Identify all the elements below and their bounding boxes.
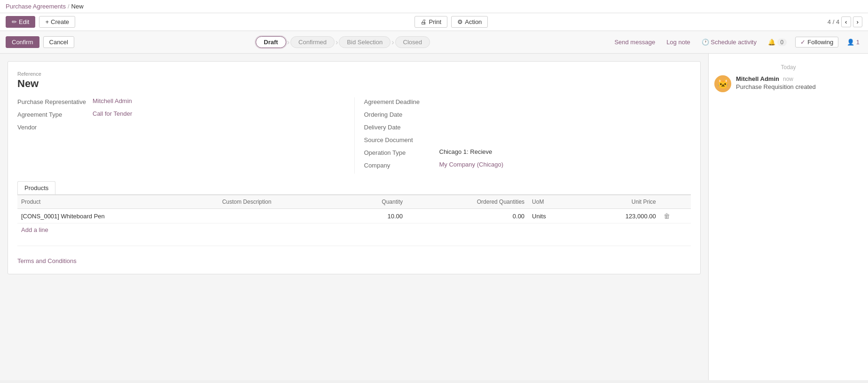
form-row-operation-type: Operation Type Chicago 1: Recieve	[364, 148, 691, 156]
stage-sep-2: ›	[336, 38, 338, 47]
form-area: Reference New Purchase Representative Mi…	[0, 54, 708, 380]
sidebar: Today 🐱 Mitchell Admin now Purchase Requ…	[708, 54, 868, 380]
row-custom-desc[interactable]	[219, 209, 344, 223]
breadcrumb-current: New	[71, 3, 84, 10]
products-table: Product Custom Description Quantity Orde…	[17, 195, 691, 223]
pencil-icon: ✏	[12, 18, 17, 25]
form-row-source-doc: Source Document	[364, 136, 691, 144]
message-text: Purchase Requisition created	[736, 83, 862, 90]
add-line-row: Add a line	[17, 223, 691, 236]
confirm-button[interactable]: Confirm	[6, 36, 39, 48]
date-separator: Today	[714, 64, 862, 71]
company-value[interactable]: My Company (Chicago)	[439, 161, 691, 168]
plus-icon: +	[45, 18, 49, 25]
edit-button[interactable]: ✏ Edit	[6, 16, 35, 28]
breadcrumb-parent[interactable]: Purchase Agreements	[6, 3, 66, 10]
purchase-rep-value[interactable]: Mitchell Admin	[93, 97, 345, 104]
following-button[interactable]: ✓ Following	[795, 37, 838, 48]
add-line-button[interactable]: Add a line	[17, 223, 52, 236]
form-row-agreement-deadline: Agreement Deadline	[364, 97, 691, 105]
message-header: Mitchell Admin now	[736, 75, 862, 82]
terms-section: Terms and Conditions	[17, 246, 691, 264]
products-section: Products Product Custom Description Quan…	[17, 181, 691, 236]
col-ordered-qty: Ordered Quantities	[407, 195, 528, 209]
company-label: Company	[364, 161, 439, 169]
next-page-button[interactable]: ›	[853, 16, 862, 27]
col-quantity: Quantity	[344, 195, 407, 209]
send-message-button[interactable]: Send message	[611, 37, 658, 48]
prev-page-button[interactable]: ‹	[841, 16, 851, 27]
chatter-area: Today 🐱 Mitchell Admin now Purchase Requ…	[709, 54, 868, 380]
form-title: New	[17, 78, 691, 90]
followers-button[interactable]: 👤 1	[844, 37, 862, 48]
col-actions	[660, 195, 691, 209]
message-author: Mitchell Admin	[736, 75, 779, 82]
stage-confirmed[interactable]: Confirmed	[290, 36, 335, 48]
schedule-activity-button[interactable]: 🕐 Schedule activity	[699, 37, 759, 48]
operation-type-value[interactable]: Chicago 1: Recieve	[439, 148, 691, 155]
print-icon: 🖨	[421, 18, 427, 25]
status-pipeline: Draft › Confirmed › Bid Selection › Clos…	[256, 33, 430, 51]
action-button[interactable]: ⚙ Action	[451, 16, 488, 28]
col-uom: UoM	[528, 195, 576, 209]
agreement-type-label: Agreement Type	[17, 110, 93, 118]
check-icon: ✓	[800, 39, 805, 46]
col-unit-price: Unit Price	[576, 195, 660, 209]
row-quantity[interactable]: 10.00	[344, 209, 407, 223]
ordering-date-label: Ordering Date	[364, 110, 439, 118]
main-layout: Reference New Purchase Representative Mi…	[0, 54, 868, 380]
purchase-rep-label: Purchase Representative	[17, 97, 93, 105]
col-custom-desc: Custom Description	[219, 195, 344, 209]
agreement-type-value[interactable]: Call for Tender	[93, 110, 345, 117]
col-product: Product	[17, 195, 219, 209]
clock-icon: 🕐	[702, 39, 709, 46]
vendor-label: Vendor	[17, 123, 93, 131]
reference-label: Reference	[17, 71, 691, 77]
breadcrumb-bar: Purchase Agreements / New	[0, 0, 868, 13]
row-delete-cell: 🗑	[660, 209, 691, 223]
notifications-button[interactable]: 🔔 0	[765, 37, 790, 48]
agreement-deadline-label: Agreement Deadline	[364, 97, 439, 105]
message-body: Mitchell Admin now Purchase Requisition …	[736, 75, 862, 92]
form-card: Reference New Purchase Representative Mi…	[8, 61, 701, 274]
delivery-date-label: Delivery Date	[364, 123, 439, 131]
form-grid: Purchase Representative Mitchell Admin A…	[17, 97, 691, 174]
pagination: 4 / 4 ‹ ›	[828, 16, 862, 27]
source-doc-label: Source Document	[364, 136, 439, 144]
avatar: 🐱	[714, 75, 731, 92]
action-bar: Confirm Cancel Draft › Confirmed › Bid S…	[0, 31, 868, 54]
delete-row-button[interactable]: 🗑	[664, 212, 670, 220]
stage-bid-selection[interactable]: Bid Selection	[339, 36, 391, 48]
operation-type-label: Operation Type	[364, 148, 439, 156]
gear-icon: ⚙	[457, 18, 463, 25]
table-header-row: Product Custom Description Quantity Orde…	[17, 195, 691, 209]
stage-sep-3: ›	[391, 38, 394, 47]
log-note-button[interactable]: Log note	[664, 37, 693, 48]
row-product[interactable]: [CONS_0001] Whiteboard Pen	[17, 209, 219, 223]
message-time: now	[783, 76, 793, 82]
print-button[interactable]: 🖨 Print	[414, 16, 447, 28]
form-row-ordering-date: Ordering Date	[364, 110, 691, 118]
tab-products[interactable]: Products	[17, 181, 55, 194]
stage-draft[interactable]: Draft	[256, 36, 286, 48]
table-row: [CONS_0001] Whiteboard Pen 10.00 0.00 Un…	[17, 209, 691, 223]
form-row-company: Company My Company (Chicago)	[364, 161, 691, 169]
row-uom[interactable]: Units	[528, 209, 576, 223]
form-row-vendor: Vendor	[17, 123, 345, 131]
form-row-delivery-date: Delivery Date	[364, 123, 691, 131]
form-row-purchase-rep: Purchase Representative Mitchell Admin	[17, 97, 345, 105]
main-toolbar: ✏ Edit + Create 🖨 Print ⚙ Action 4 / 4 ‹…	[0, 13, 868, 31]
form-row-agreement-type: Agreement Type Call for Tender	[17, 110, 345, 118]
breadcrumb-separator: /	[68, 3, 70, 10]
tab-bar: Products	[17, 181, 691, 195]
cancel-button[interactable]: Cancel	[43, 36, 74, 48]
user-icon: 👤	[847, 39, 854, 46]
row-ordered-qty: 0.00	[407, 209, 528, 223]
form-left: Purchase Representative Mitchell Admin A…	[17, 97, 354, 174]
stage-closed[interactable]: Closed	[395, 36, 430, 48]
chatter-message: 🐱 Mitchell Admin now Purchase Requisitio…	[714, 75, 862, 92]
breadcrumb: Purchase Agreements / New	[6, 3, 84, 10]
terms-link[interactable]: Terms and Conditions	[17, 257, 691, 264]
row-unit-price[interactable]: 123,000.00	[576, 209, 660, 223]
create-button[interactable]: + Create	[39, 16, 75, 28]
